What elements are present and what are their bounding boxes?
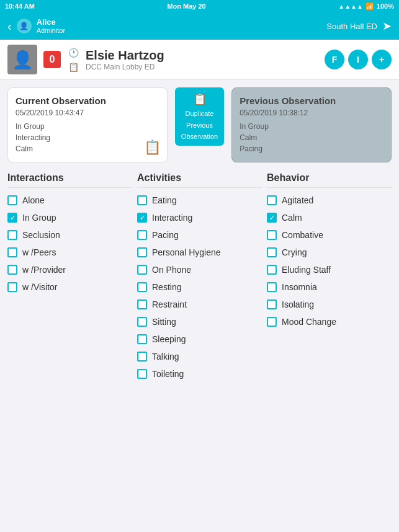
list-item[interactable]: w /Visitor: [7, 282, 132, 292]
header: ‹ 👤 Alice Adminitor South Hall ED ➤: [0, 12, 399, 40]
checkbox[interactable]: [267, 230, 277, 240]
user-name: Alice: [37, 17, 65, 27]
checkbox[interactable]: [137, 282, 147, 292]
list-item[interactable]: Isolating: [267, 299, 392, 309]
checklist-label: Calm: [282, 213, 302, 223]
checklist-label: Alone: [22, 195, 45, 205]
obs-clipboard-icon: 📋: [144, 140, 161, 156]
signal-icon: ▲▲▲▲: [338, 3, 363, 10]
battery-status: 100%: [377, 2, 394, 10]
behavior-column: Behavior Agitated✓CalmCombativeCryingElu…: [267, 172, 392, 386]
patient-badge: 0: [43, 51, 61, 68]
action-i-button[interactable]: I: [348, 50, 368, 69]
duplicate-label-line1: Duplicate: [186, 109, 214, 118]
prev-obs-line3: Pacing: [240, 143, 383, 154]
checkbox[interactable]: [267, 282, 277, 292]
list-item[interactable]: Insomnia: [267, 282, 392, 292]
checklist-label: In Group: [22, 213, 56, 223]
checkbox[interactable]: [267, 299, 277, 309]
checkbox[interactable]: [137, 317, 147, 327]
list-item[interactable]: Toileting: [137, 369, 262, 379]
checklist-label: Talking: [152, 352, 179, 361]
checklist-label: Eluding Staff: [282, 265, 331, 275]
checkbox[interactable]: [137, 265, 147, 275]
prev-obs-detail: In Group Calm Pacing: [240, 121, 383, 154]
list-item[interactable]: Resting: [137, 282, 262, 292]
wifi-icon: 📶: [365, 2, 374, 11]
interactions-column: Interactions Alone✓In GroupSeclusionw /P…: [7, 172, 137, 386]
list-item[interactable]: On Phone: [137, 265, 262, 275]
checkbox[interactable]: [267, 195, 277, 205]
duplicate-icon: 📋: [193, 92, 207, 107]
patient-header: 👤 0 🕐 📋 Elsie Hartzog DCC Main Lobby ED …: [0, 40, 399, 80]
checklist-label: Toileting: [152, 369, 184, 379]
checkbox[interactable]: [137, 299, 147, 309]
checkbox[interactable]: [7, 282, 17, 292]
status-time: 10:44 AM: [5, 2, 35, 10]
list-item[interactable]: Mood Change: [267, 317, 392, 327]
checkbox[interactable]: [267, 317, 277, 327]
action-f-button[interactable]: F: [325, 50, 344, 69]
list-item[interactable]: Seclusion: [7, 230, 132, 240]
patient-actions: F I +: [325, 50, 392, 69]
checkbox[interactable]: [267, 265, 277, 275]
list-item[interactable]: Personal Hygiene: [137, 247, 262, 257]
current-obs-line3: Calm: [16, 143, 159, 154]
back-icon: ‹: [7, 19, 12, 33]
clock-icon: 🕐: [67, 47, 79, 59]
list-item[interactable]: Crying: [267, 247, 392, 257]
checklist-label: Interacting: [152, 213, 192, 223]
checkbox[interactable]: ✓: [137, 213, 147, 223]
current-obs-line2: Interacting: [16, 132, 159, 143]
checklist-label: Restraint: [152, 299, 187, 309]
checkbox[interactable]: [137, 369, 147, 379]
list-item[interactable]: ✓Interacting: [137, 213, 262, 223]
list-item[interactable]: Sitting: [137, 317, 262, 327]
checkbox[interactable]: [137, 352, 147, 361]
checklist-label: Sitting: [152, 317, 176, 327]
list-item[interactable]: Eluding Staff: [267, 265, 392, 275]
checklist-label: On Phone: [152, 265, 191, 275]
current-obs-detail: In Group Interacting Calm: [16, 121, 159, 154]
checkbox[interactable]: ✓: [267, 213, 277, 223]
checklist-label: Eating: [152, 195, 177, 205]
checklist-label: w /Provider: [22, 265, 66, 275]
checkbox[interactable]: [7, 230, 17, 240]
list-item[interactable]: ✓Calm: [267, 213, 392, 223]
previous-observation-card: Previous Observation 05/20/2019 10:38:12…: [231, 87, 392, 162]
checkbox[interactable]: [267, 247, 277, 257]
list-item[interactable]: w /Peers: [7, 247, 132, 257]
checklist-label: Resting: [152, 282, 181, 292]
checkbox[interactable]: [7, 265, 17, 275]
list-item[interactable]: Sleeping: [137, 334, 262, 344]
list-item[interactable]: w /Provider: [7, 265, 132, 275]
send-icon[interactable]: ➤: [382, 19, 392, 33]
checkbox[interactable]: [137, 247, 147, 257]
checklist-label: w /Visitor: [22, 282, 58, 292]
behavior-list: Agitated✓CalmCombativeCryingEluding Staf…: [267, 195, 392, 327]
action-plus-button[interactable]: +: [372, 50, 392, 69]
prev-obs-date: 05/20/2019 10:38:12: [240, 109, 383, 117]
duplicate-observation-button[interactable]: 📋 Duplicate Previous Observation: [175, 87, 224, 146]
duplicate-btn-container: 📋 Duplicate Previous Observation: [175, 87, 224, 146]
list-item[interactable]: Pacing: [137, 230, 262, 240]
checkbox[interactable]: [7, 247, 17, 257]
checkbox[interactable]: [137, 230, 147, 240]
checkbox[interactable]: [137, 195, 147, 205]
prev-obs-title: Previous Observation: [240, 95, 383, 106]
list-item[interactable]: Combative: [267, 230, 392, 240]
checkbox[interactable]: [137, 334, 147, 344]
current-obs-title: Current Observation: [16, 95, 159, 106]
list-item[interactable]: ✓In Group: [7, 213, 132, 223]
checklist-label: Personal Hygiene: [152, 247, 221, 257]
prev-obs-line2: Calm: [240, 132, 383, 143]
checkbox[interactable]: ✓: [7, 213, 17, 223]
list-item[interactable]: Restraint: [137, 299, 262, 309]
list-item[interactable]: Talking: [137, 352, 262, 361]
list-item[interactable]: Agitated: [267, 195, 392, 205]
list-item[interactable]: Alone: [7, 195, 132, 205]
list-item[interactable]: Eating: [137, 195, 262, 205]
checkbox[interactable]: [7, 195, 17, 205]
checklist-label: Pacing: [152, 230, 179, 240]
back-button[interactable]: ‹: [7, 19, 12, 33]
